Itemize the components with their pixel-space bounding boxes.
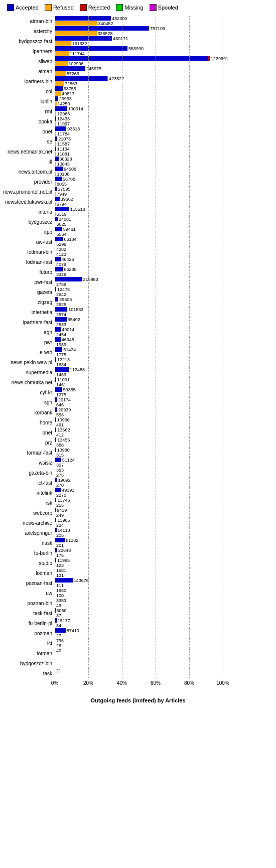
bar-wrapper: 335349: [55, 598, 274, 608]
legend-missing: Missing: [116, 4, 143, 11]
bar-row-refused: 12966: [55, 111, 274, 116]
bar-value-bottom: 1684: [56, 362, 66, 367]
row-label: poznan-bin: [2, 601, 55, 606]
bar-row-accepted: 66280: [55, 267, 274, 271]
table-row: pozman8741027: [2, 628, 274, 638]
bar-row-refused: 234: [55, 523, 274, 527]
table-row: silweb1229691102906: [2, 56, 274, 66]
bar-row-refused: 8055: [55, 182, 274, 186]
bar-row-accepted: 20939: [55, 407, 274, 412]
bar-wrapper: 13455388: [55, 438, 274, 448]
x-axis-label: 80%: [184, 680, 194, 686]
table-row: provider567888055: [2, 177, 274, 187]
bar-value-bottom: 412: [56, 432, 64, 438]
bar-wrapper: 593551275: [55, 387, 274, 397]
bar-row-refused: 11587: [55, 141, 274, 146]
bar-row-accepted: 81382: [55, 538, 274, 542]
chart-container: Accepted Refused Rejected Missing Spoole…: [0, 0, 276, 718]
bar-row-accepted: 26963: [55, 96, 274, 101]
row-label: nask: [2, 540, 55, 546]
bar-value-top: 24081: [59, 217, 71, 222]
bar-value-top: 452300: [112, 16, 127, 21]
bar-row-refused: 123: [55, 563, 274, 567]
row-label: studio: [2, 560, 55, 566]
bar-value-bottom: 100: [56, 593, 64, 598]
row-label: ipartners: [2, 49, 55, 54]
bar-segment-accepted: [55, 337, 61, 342]
row-label: sgh: [2, 400, 55, 405]
bar-value-top: 115518: [70, 207, 85, 212]
bar-segment-refused: [55, 563, 55, 567]
bar-row-accepted: 64508: [55, 167, 274, 171]
bar-row-refused: 270: [55, 483, 274, 487]
bar-value-bottom: 234: [56, 523, 64, 528]
x-axis-label: 40%: [117, 680, 127, 686]
bar-wrapper: [55, 658, 274, 668]
bar-row-accepted: 56788: [55, 177, 274, 181]
row-label: axelspringer: [2, 530, 55, 536]
table-row: torman40: [2, 648, 274, 658]
table-row: news.netmaniak.net1113411081: [2, 147, 274, 157]
bar-segment-refused: [55, 272, 55, 276]
bar-segment-accepted: [55, 147, 56, 151]
bar-value-top: 21: [56, 668, 61, 673]
bar-wrapper: 757109336528: [55, 26, 274, 36]
bar-wrapper: 20643175: [55, 548, 274, 558]
bar-wrapper: 20174646: [55, 397, 274, 407]
table-row: astercity757109336528: [2, 26, 274, 36]
table-row: gazeta-bin383275: [2, 468, 274, 478]
legend-rejected: Rejected: [80, 4, 110, 11]
bar-row-accepted: 13985: [55, 518, 274, 522]
bar-segment-refused: [55, 503, 55, 507]
x-axis-title: Outgoing feeds (innfeed) by Articles: [2, 697, 274, 703]
bar-row-refused: 275: [55, 473, 274, 477]
bar-segment-accepted: [55, 498, 56, 502]
bar-row-refused: 131332: [55, 41, 274, 46]
bar-value-bottom: 205: [56, 533, 64, 538]
bar-row-refused: 1684: [55, 362, 274, 367]
row-label: intelink: [2, 490, 55, 496]
bar-segment-accepted: [55, 277, 82, 281]
bar-segment-refused: [55, 443, 55, 447]
table-row: fu-berlin-pl1517734: [2, 618, 274, 628]
bar-segment-accepted: [55, 438, 56, 442]
bar-row-accepted: 13455: [55, 438, 274, 442]
row-label: astercity: [2, 29, 55, 34]
row-label: fu-berlin: [2, 550, 55, 556]
bar-value-bottom: 11784: [57, 131, 70, 136]
bar-value-top: 30328: [60, 157, 72, 162]
chart-area: atman-bin452300340452astercity7571093365…: [2, 16, 274, 678]
row-label: korbank: [2, 410, 55, 415]
bar-row-refused: 336528: [55, 31, 274, 36]
bar-row-accepted: 19092: [55, 478, 274, 482]
bar-segment-refused: [55, 473, 55, 477]
bar-value-top: 100014: [68, 106, 83, 111]
legend-color-accepted: [7, 4, 14, 11]
bar-row-refused: [55, 673, 274, 678]
bar-value-top: 423522: [109, 76, 124, 81]
row-label: atman: [2, 69, 55, 74]
bar-value-top: 56788: [63, 177, 75, 182]
bar-wrapper: 1155186319: [55, 207, 274, 217]
bar-value-bottom: 37: [56, 613, 61, 618]
bar-row-accepted: 20643: [55, 548, 274, 552]
bar-segment-refused: [55, 392, 55, 397]
table-row: nask81382201: [2, 538, 274, 548]
bar-wrapper: 594615564: [55, 227, 274, 237]
legend-color-refused: [45, 4, 52, 11]
bar-value-top: 460171: [113, 36, 128, 41]
bar-value-top: 14118: [58, 528, 70, 533]
row-label: lodman-fast: [2, 259, 55, 265]
bar-value-top: 59461: [63, 227, 76, 232]
row-label: lodman: [2, 570, 55, 576]
bar-row-refused: 102906: [55, 61, 274, 66]
bar-row-accepted: 49014: [55, 327, 274, 332]
bar-value-bottom: 121: [56, 573, 64, 578]
bar-value-top: 13746: [57, 498, 70, 503]
table-row: se2107511587: [2, 136, 274, 147]
table-row: lodman-bin42824123: [2, 247, 274, 257]
bar-row-accepted: 796: [55, 638, 274, 643]
row-label: e-wro: [2, 350, 55, 355]
bar-row-refused: 2454: [55, 332, 274, 337]
bar-value-bottom: 558: [56, 412, 64, 417]
